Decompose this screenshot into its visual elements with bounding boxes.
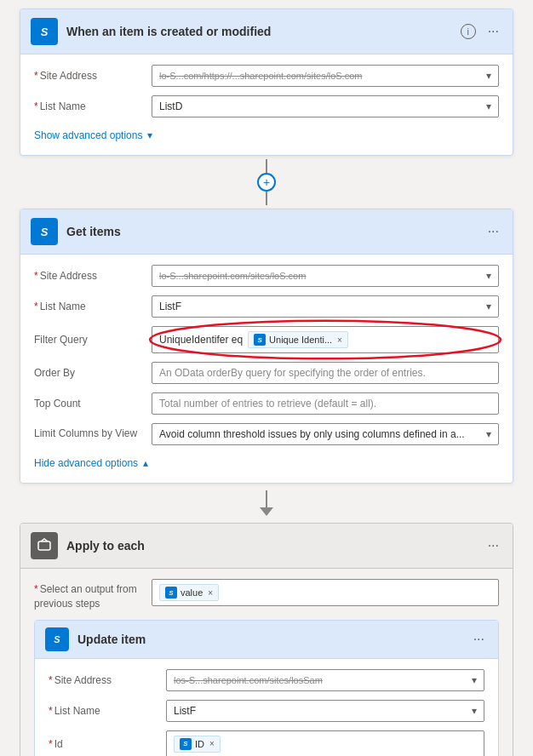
get-items-list-name-select[interactable]: ListF ▾ — [152, 295, 499, 318]
get-items-top-count-control[interactable]: Total number of entries to retrieve (def… — [152, 392, 499, 415]
output-token-close-icon[interactable]: × — [208, 588, 213, 598]
trigger-actions: i ··· — [461, 22, 502, 41]
get-items-card: S Get items ··· Site Address lo-S...shar… — [20, 209, 513, 484]
hide-advanced-button[interactable]: Hide advanced options ▴ — [34, 454, 148, 472]
get-items-limit-columns-value: Avoid column threshold issues by only us… — [159, 428, 486, 440]
id-token-label: ID — [195, 739, 204, 749]
id-token-icon: S — [180, 738, 192, 750]
update-item-card: S Update item ··· Site Address los-S...s… — [34, 620, 499, 756]
token-close-icon[interactable]: × — [337, 335, 342, 345]
filter-query-token: S Unique Identi... × — [248, 331, 348, 348]
apply-each-actions: ··· — [484, 536, 502, 555]
apply-each-icon — [31, 532, 58, 559]
get-items-icon: S — [31, 218, 58, 245]
hide-advanced-label: Hide advanced options — [34, 457, 138, 469]
connector-line-2 — [266, 192, 267, 205]
update-item-actions: ··· — [470, 630, 488, 649]
get-items-limit-columns-select[interactable]: Avoid column threshold issues by only us… — [152, 423, 499, 445]
trigger-icon: S — [31, 18, 58, 45]
apply-each-title: Apply to each — [66, 539, 476, 553]
trigger-list-name-control[interactable]: ListD ▾ — [152, 95, 499, 117]
output-value-token: S value × — [159, 584, 219, 601]
add-step-button[interactable]: + — [257, 173, 276, 192]
trigger-body: Site Address lo-S...com/https://...share… — [20, 54, 513, 155]
trigger-site-address-value: lo-S...com/https://...sharepoint.com/sit… — [159, 71, 486, 81]
apply-each-select-output-row: Select an output from previous steps S v… — [34, 579, 499, 611]
update-item-list-name-label: List Name — [49, 705, 159, 717]
trigger-more-button[interactable]: ··· — [484, 22, 502, 41]
token-label: Unique Identi... — [269, 335, 332, 345]
get-items-top-count-label: Top Count — [34, 398, 145, 410]
big-arrow-line-1 — [266, 490, 267, 507]
get-items-site-address-value: lo-S...sharepoint.com/sites/loS.com — [159, 271, 486, 281]
get-items-site-address-label: Site Address — [34, 270, 145, 282]
chevron-down-icon3: ▾ — [147, 129, 152, 141]
get-items-filter-query-row: Filter Query UniqueIdentifer eq S Unique… — [34, 326, 499, 353]
update-item-site-address-select[interactable]: los-S...sharepoint.com/sites/losSam ▾ — [166, 669, 484, 691]
get-items-order-by-input[interactable]: An OData orderBy query for specifying th… — [152, 362, 499, 384]
get-items-order-by-control[interactable]: An OData orderBy query for specifying th… — [152, 362, 499, 384]
apply-each-header: Apply to each ··· — [20, 524, 513, 569]
get-items-top-count-input[interactable]: Total number of entries to retrieve (def… — [152, 392, 499, 415]
loop-icon — [37, 538, 52, 553]
get-items-title: Get items — [66, 225, 476, 238]
trigger-list-name-label: List Name — [34, 100, 145, 112]
apply-each-more-button[interactable]: ··· — [484, 536, 502, 555]
get-items-actions: ··· — [484, 222, 502, 241]
trigger-list-name-select[interactable]: ListD ▾ — [152, 95, 499, 117]
trigger-site-address-label: Site Address — [34, 70, 145, 82]
get-items-body: Site Address lo-S...sharepoint.com/sites… — [20, 255, 513, 483]
get-items-header: S Get items ··· — [20, 209, 513, 255]
get-items-order-by-placeholder: An OData orderBy query for specifying th… — [159, 367, 426, 379]
chevron-down-icon4: ▾ — [486, 270, 491, 282]
trigger-info-icon[interactable]: i — [461, 24, 476, 39]
update-item-more-button[interactable]: ··· — [470, 630, 488, 649]
connector-1: + — [257, 156, 276, 209]
update-item-id-field[interactable]: S ID × — [166, 730, 484, 756]
plus-icon: + — [263, 175, 270, 189]
show-advanced-button[interactable]: Show advanced options ▾ — [34, 126, 152, 145]
trigger-title: When an item is created or modified — [66, 25, 452, 38]
update-item-list-name-row: List Name ListF ▾ — [49, 700, 484, 722]
chevron-down-icon6: ▾ — [486, 428, 491, 440]
get-items-list-name-row: List Name ListF ▾ — [34, 295, 499, 318]
update-item-id-row: Id S ID × — [49, 730, 484, 756]
apply-each-select-output-field[interactable]: S value × — [152, 579, 499, 606]
trigger-card: S When an item is created or modified i … — [20, 9, 513, 156]
get-items-site-address-control[interactable]: lo-S...sharepoint.com/sites/loS.com ▾ — [152, 265, 499, 287]
update-item-site-address-control[interactable]: los-S...sharepoint.com/sites/losSam ▾ — [166, 669, 484, 691]
update-item-icon: S — [45, 627, 69, 651]
trigger-list-name-row: List Name ListD ▾ — [34, 95, 499, 117]
update-item-site-address-label: Site Address — [49, 674, 159, 686]
get-items-list-name-control[interactable]: ListF ▾ — [152, 295, 499, 318]
update-item-list-name-value: ListF — [174, 705, 472, 717]
big-arrow-1 — [260, 484, 273, 523]
filter-query-prefix: UniqueIdentifer eq — [159, 334, 243, 346]
get-items-order-by-label: Order By — [34, 367, 145, 379]
update-item-body: Site Address los-S...sharepoint.com/site… — [35, 659, 498, 756]
chevron-up-icon: ▴ — [143, 457, 148, 469]
get-items-site-address-select[interactable]: lo-S...sharepoint.com/sites/loS.com ▾ — [152, 265, 499, 287]
get-items-list-name-value: ListF — [159, 301, 486, 312]
get-items-more-button[interactable]: ··· — [484, 222, 502, 241]
update-item-id-control[interactable]: S ID × — [166, 730, 484, 756]
output-token-icon: S — [165, 587, 177, 598]
show-advanced-label: Show advanced options — [34, 129, 142, 141]
trigger-site-address-select[interactable]: lo-S...com/https://...sharepoint.com/sit… — [152, 65, 499, 87]
id-token-close-icon[interactable]: × — [209, 739, 215, 748]
update-item-list-name-select[interactable]: ListF ▾ — [166, 700, 484, 722]
token-sharepoint-icon: S — [254, 334, 266, 346]
svg-rect-1 — [38, 541, 50, 550]
get-items-limit-columns-label: Limit Columns by View — [34, 427, 145, 441]
output-token-label: value — [181, 587, 203, 598]
get-items-site-address-row: Site Address lo-S...sharepoint.com/sites… — [34, 265, 499, 287]
apply-each-select-output-label: Select an output from previous steps — [34, 579, 145, 611]
apply-each-select-output-control[interactable]: S value × — [152, 579, 499, 606]
get-items-limit-columns-control[interactable]: Avoid column threshold issues by only us… — [152, 423, 499, 445]
update-item-list-name-control[interactable]: ListF ▾ — [166, 700, 484, 722]
get-items-list-name-label: List Name — [34, 301, 145, 312]
get-items-filter-query-field[interactable]: UniqueIdentifer eq S Unique Identi... × — [152, 326, 499, 353]
trigger-site-address-control[interactable]: lo-S...com/https://...sharepoint.com/sit… — [152, 65, 499, 87]
trigger-list-name-value: ListD — [159, 100, 486, 112]
get-items-top-count-row: Top Count Total number of entries to ret… — [34, 392, 499, 415]
